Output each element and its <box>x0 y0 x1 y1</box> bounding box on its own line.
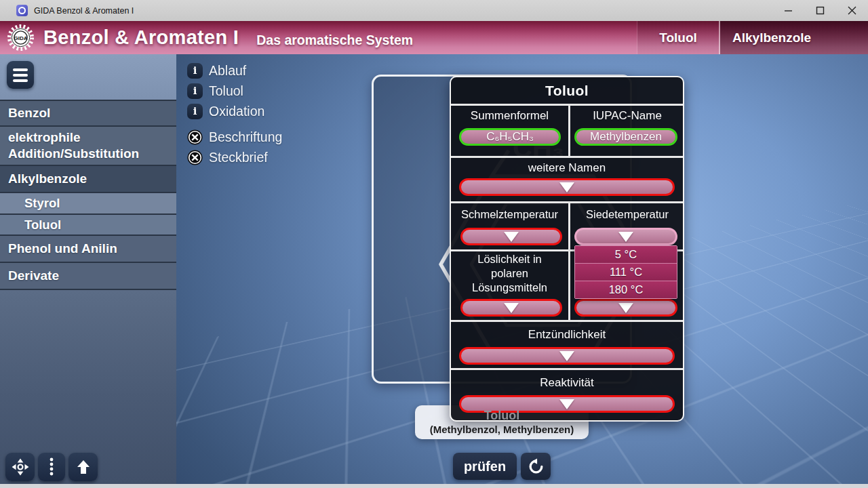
iupac-chip[interactable]: Methylbenzen <box>574 128 677 146</box>
dropdown-siedetemperatur-open[interactable] <box>574 228 677 245</box>
topic-ablauf[interactable]: i Ablauf <box>187 62 282 79</box>
tab-toluol[interactable]: Toluol <box>637 21 720 54</box>
option-111c[interactable]: 111 °C <box>575 264 677 281</box>
option-5c[interactable]: 5 °C <box>575 246 677 264</box>
info-icon: i <box>187 83 203 99</box>
main-area: Benzol elektrophile Addition/Substitutio… <box>0 54 868 484</box>
option-180c[interactable]: 180 °C <box>575 281 677 298</box>
sidebar-item-elektrophile[interactable]: elektrophile Addition/Substitution <box>0 125 176 165</box>
app-icon <box>16 5 28 16</box>
dropdown-weitere-namen[interactable] <box>459 178 675 196</box>
sidebar-nav: Benzol elektrophile Addition/Substitutio… <box>0 100 176 290</box>
window-title: GIDA Benzol & Aromaten I <box>34 6 134 16</box>
maximize-icon <box>816 6 825 15</box>
minimize-icon <box>784 6 793 15</box>
close-icon <box>848 6 856 15</box>
hamburger-icon <box>13 68 28 71</box>
sidebar-item-benzol[interactable]: Benzol <box>0 100 176 125</box>
dropdown-loeslichkeit[interactable] <box>460 299 562 317</box>
siedetemperatur-options: 5 °C 111 °C 180 °C <box>574 245 677 299</box>
sidebar-item-derivate[interactable]: Derivate <box>0 262 176 290</box>
move-icon <box>12 458 29 476</box>
maximize-button[interactable] <box>804 0 836 21</box>
dropdown-arrow-icon <box>559 351 574 361</box>
minimize-button[interactable] <box>772 0 804 21</box>
siedetemperatur-label: Siedetemperatur <box>570 207 684 222</box>
exercise-x-icon <box>187 129 203 145</box>
check-button[interactable]: prüfen <box>453 453 517 480</box>
summenformel-chip[interactable]: C₆H₅CH₃ <box>459 128 561 146</box>
topic-oxidation[interactable]: i Oxidation <box>187 103 282 119</box>
info-icon: i <box>187 104 203 119</box>
arrow-up-icon <box>75 459 92 475</box>
reset-button[interactable] <box>521 453 551 480</box>
pan-button[interactable] <box>5 453 35 481</box>
sidebar-tools <box>5 453 98 481</box>
window-bottom-border <box>0 484 868 488</box>
dropdown-arrow-icon <box>504 303 519 313</box>
weitere-namen-label: weitere Namen <box>451 161 683 175</box>
menu-button[interactable] <box>7 61 34 89</box>
close-button[interactable] <box>836 0 868 21</box>
dropdown-entzuendlichkeit[interactable] <box>459 347 675 365</box>
schmelztemperatur-label: Schmelztemperatur <box>451 207 568 222</box>
scroll-up-button[interactable] <box>68 453 98 481</box>
kebab-menu-icon <box>49 458 54 476</box>
card-title: Toluol <box>451 77 683 104</box>
sidebar-item-styrol[interactable]: Styrol <box>0 192 176 214</box>
iupac-label: IUPAC-Name <box>570 109 684 123</box>
window-controls <box>772 0 868 21</box>
caption-subtitle: (Methylbenzol, Methylbenzen) <box>415 424 589 435</box>
dropdown-loeslichkeit-unpolar[interactable] <box>574 299 677 317</box>
steckbrief-card: Toluol Summenformel IUPAC-Name C₆H₅CH₃ M… <box>450 76 684 422</box>
app-subtitle: Das aromatische System <box>256 33 413 48</box>
sidebar-item-toluol[interactable]: Toluol <box>0 214 176 235</box>
svg-text:GIDA: GIDA <box>14 35 28 41</box>
dropdown-arrow-icon <box>618 232 633 242</box>
topic-toluol[interactable]: i Toluol <box>187 83 282 99</box>
dropdown-arrow-icon <box>504 232 519 242</box>
task-beschriftung[interactable]: Beschriftung <box>187 129 282 145</box>
entzuendlichkeit-label: Entzündlichkeit <box>451 328 683 342</box>
sidebar-item-phenol-anilin[interactable]: Phenol und Anilin <box>0 235 176 262</box>
gida-logo-icon: GIDA <box>7 24 35 52</box>
more-options-button[interactable] <box>38 453 65 481</box>
dropdown-arrow-icon <box>559 399 574 409</box>
loeslichkeit-label: Löslichkeit in polaren Lösungsmitteln <box>458 252 561 295</box>
reset-icon <box>528 458 545 475</box>
dropdown-reaktivitaet[interactable] <box>459 395 675 413</box>
topic-list: i Ablauf i Toluol i Oxidation Beschriftu… <box>187 62 282 169</box>
reaktivitaet-label: Reaktivität <box>451 376 683 390</box>
dropdown-schmelztemperatur[interactable] <box>460 228 562 245</box>
info-icon: i <box>187 63 203 79</box>
header: GIDA Benzol & Aromaten I Das aromatische… <box>0 21 868 54</box>
header-tabs: Toluol Alkylbenzole <box>637 21 868 54</box>
task-steckbrief[interactable]: Steckbrief <box>187 149 282 165</box>
app-title: Benzol & Aromaten I <box>43 26 239 49</box>
titlebar: GIDA Benzol & Aromaten I <box>0 0 868 21</box>
sidebar-item-alkylbenzole[interactable]: Alkylbenzole <box>0 165 176 192</box>
dropdown-arrow-icon <box>559 182 574 192</box>
summenformel-label: Summenformel <box>451 109 568 123</box>
dropdown-arrow-icon <box>618 303 633 313</box>
application-window: GIDA Benzol & Aromaten I GIDA Benzol & A… <box>0 0 868 488</box>
sidebar: Benzol elektrophile Addition/Substitutio… <box>0 54 176 484</box>
exercise-x-icon <box>187 150 203 165</box>
tab-alkylbenzole[interactable]: Alkylbenzole <box>720 21 868 54</box>
